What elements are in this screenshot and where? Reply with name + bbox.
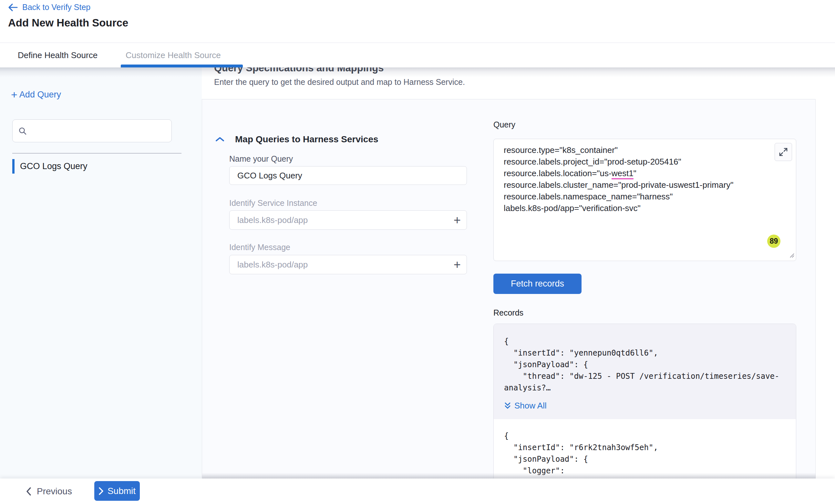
show-all-link[interactable]: Show All (504, 401, 786, 411)
submit-button[interactable]: Submit (94, 481, 140, 501)
tab-bar: Define Health Source Customize Health So… (0, 43, 835, 67)
add-message-icon[interactable]: + (454, 258, 461, 271)
previous-label: Previous (37, 486, 72, 497)
character-count-badge: 89 (767, 235, 780, 248)
service-instance-field-wrap: + (229, 210, 467, 230)
tab-customize-health-source[interactable]: Customize Health Source (126, 43, 221, 67)
spellcheck-underline: west1 (612, 168, 633, 180)
records-container: { "insertId": "yennepun0qtd6ll6", "jsonP… (493, 323, 796, 491)
query-name-input[interactable] (229, 171, 467, 181)
search-icon (18, 127, 27, 135)
footer-bar: Previous Submit (0, 479, 835, 504)
message-input[interactable] (229, 260, 467, 270)
records-label: Records (493, 308, 524, 317)
query-item-label: GCO Logs Query (20, 161, 87, 171)
back-arrow-icon (8, 3, 18, 12)
selected-query-indicator (12, 159, 15, 174)
previous-button[interactable]: Previous (26, 484, 72, 499)
fetch-records-button[interactable]: Fetch records (493, 274, 582, 294)
section-subtitle: Enter the query to get the desired outpu… (214, 78, 465, 87)
record-item-1: { "insertId": "yennepun0qtd6ll6", "jsonP… (494, 324, 796, 419)
chevron-up-icon[interactable] (215, 136, 225, 143)
identify-service-instance-label: Identify Service Instance (229, 198, 317, 208)
identify-message-label: Identify Message (229, 243, 290, 252)
query-line-location: resource.labels.location="us-west1" (504, 167, 733, 179)
double-chevron-down-icon (504, 402, 511, 410)
sidebar-item-gco-logs-query[interactable]: GCO Logs Query (12, 159, 181, 174)
service-instance-input[interactable] (229, 215, 467, 225)
query-search-box (12, 119, 172, 142)
expand-icon (778, 147, 788, 157)
record-1-json: { "insertId": "yennepun0qtd6ll6", "jsonP… (504, 336, 786, 394)
query-name-field-wrap (229, 166, 467, 185)
add-query-button[interactable]: + Add Query (11, 90, 61, 100)
query-search-input[interactable] (31, 126, 167, 135)
tab-define-health-source[interactable]: Define Health Source (18, 43, 98, 67)
message-field-wrap: + (229, 255, 467, 274)
add-query-label: Add Query (19, 90, 61, 100)
chevron-left-icon (26, 487, 32, 496)
map-queries-heading: Map Queries to Harness Services (235, 134, 379, 145)
page-title: Add New Health Source (8, 17, 128, 29)
name-your-query-label: Name your Query (229, 154, 293, 164)
map-queries-section-header: Map Queries to Harness Services (215, 134, 379, 145)
resize-handle-icon[interactable] (789, 252, 795, 259)
record-item-2: { "insertId": "r6rk2tnah3owf5eh", "jsonP… (494, 420, 796, 488)
sidebar-divider (12, 153, 181, 153)
plus-icon: + (11, 90, 17, 99)
page-header: Back to Verify Step Add New Health Sourc… (0, 0, 835, 43)
add-service-instance-icon[interactable]: + (454, 214, 461, 226)
back-link-label: Back to Verify Step (22, 3, 90, 12)
query-text: resource.type="k8s_container" resource.l… (504, 144, 733, 214)
add-health-source-page: Query Specifications and Mappings Enter … (0, 0, 835, 504)
back-to-verify-step-link[interactable]: Back to Verify Step (8, 3, 90, 12)
query-label: Query (493, 120, 515, 129)
submit-label: Submit (107, 486, 136, 496)
expand-query-button[interactable] (775, 143, 792, 161)
chevron-right-icon (99, 487, 104, 495)
active-tab-underline (121, 65, 243, 67)
query-editor[interactable]: resource.type="k8s_container" resource.l… (493, 139, 796, 261)
show-all-label: Show All (514, 401, 547, 411)
